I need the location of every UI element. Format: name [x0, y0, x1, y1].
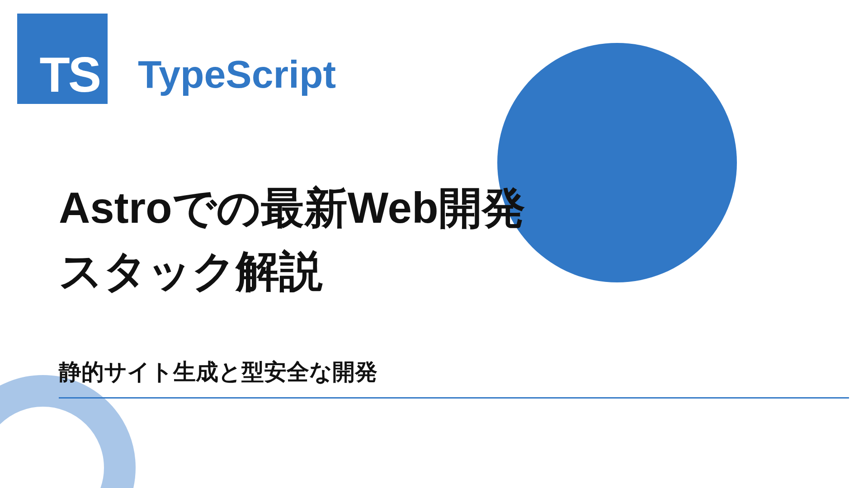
logo-text: TS [39, 50, 99, 99]
brand-label: TypeScript [138, 52, 336, 97]
slide-title: Astroでの最新Web開発スタック解説 [59, 176, 533, 303]
typescript-logo-icon: TS [17, 14, 108, 104]
divider-line [59, 397, 849, 399]
slide-subtitle: 静的サイト生成と型安全な開発 [59, 357, 849, 397]
subtitle-block: 静的サイト生成と型安全な開発 [59, 357, 849, 399]
